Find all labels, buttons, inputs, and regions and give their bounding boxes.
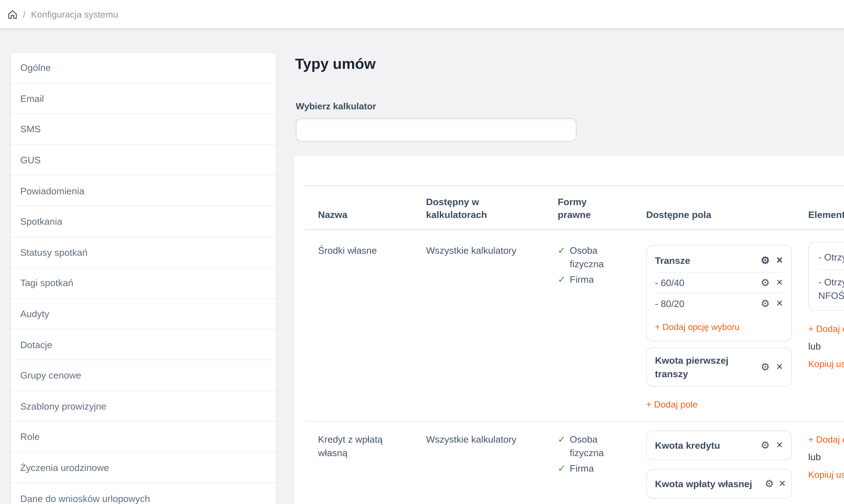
sidebar-item-role[interactable]: Role — [11, 422, 276, 453]
close-icon[interactable]: ✕ — [778, 479, 786, 488]
field-group-title: Transze — [655, 253, 690, 267]
sidebar-item-audyty[interactable]: Audyty — [11, 299, 276, 329]
field-group-header: Transze ⚙ ✕ — [655, 251, 783, 272]
sidebar-item-label: Tagi spotkań — [20, 277, 73, 288]
sidebar-item-label: Dane do wniosków urlopowych — [20, 493, 150, 504]
field-group-transze: Transze ⚙ ✕ - 60/40 ⚙ ✕ — [646, 245, 792, 341]
contract-types-card: Nazwa Dostępny w kalkulatorach Formy pra… — [294, 156, 844, 504]
check-icon: ✓ — [558, 272, 566, 286]
add-field-link[interactable]: + Dodaj pole — [646, 398, 698, 411]
sidebar-item-email[interactable]: Email — [11, 83, 276, 114]
page: / Konfiguracja systemu Ogólne Email SMS … — [0, 0, 844, 504]
sidebar-item-label: Życzenia urodzinowe — [20, 462, 109, 473]
verification-item: - Otrzymano oryginał umowy ⚙ ✕ — [818, 245, 844, 270]
sidebar-item-dane-do-wnioskow[interactable]: Dane do wniosków urlopowych — [11, 483, 276, 504]
sidebar-item-label: Email — [20, 93, 44, 104]
sidebar-item-label: GUS — [20, 155, 41, 165]
copy-settings-link[interactable]: Kopiuj ustawienia z innego typu — [808, 468, 844, 481]
close-icon[interactable]: ✕ — [776, 299, 783, 308]
gear-icon[interactable]: ⚙ — [761, 362, 770, 372]
field-group-kwota-pierwszej-transzy: Kwota pierwszej transzy ⚙ ✕ — [646, 347, 792, 386]
column-header-nazwa: Nazwa — [304, 186, 412, 229]
row-available-fields: Kwota kredytu ⚙ ✕ Kwota wpłaty własnej ⚙… — [633, 421, 795, 504]
add-element-link[interactable]: + Dodaj element — [808, 322, 844, 336]
legal-form-label: Osoba fizyczna — [570, 243, 612, 270]
row-verification-elements: - Otrzymano oryginał umowy ⚙ ✕ - Otrzyma… — [795, 230, 844, 411]
home-icon[interactable] — [7, 9, 18, 19]
field-option-row: - 80/20 ⚙ ✕ — [655, 293, 783, 313]
sidebar-item-sms[interactable]: SMS — [11, 114, 276, 145]
field-group-kwota-wplaty-wlasnej: Kwota wpłaty własnej ⚙ ✕ — [646, 469, 792, 498]
sidebar-item-powiadomienia[interactable]: Powiadomienia — [11, 176, 276, 206]
calculator-filter-input[interactable] — [296, 118, 577, 142]
check-icon: ✓ — [558, 432, 566, 446]
row-calculators: Wszystkie kalkulatory — [412, 230, 544, 411]
field-group-kwota-kredytu: Kwota kredytu ⚙ ✕ — [646, 430, 792, 460]
add-element-link[interactable]: + Dodaj element — [808, 433, 844, 446]
row-available-fields: Transze ⚙ ✕ - 60/40 ⚙ ✕ — [633, 230, 795, 411]
close-icon[interactable]: ✕ — [776, 440, 783, 449]
check-icon: ✓ — [558, 243, 566, 257]
column-header-elementy: Elementy do weryfikacji — [795, 186, 844, 229]
close-icon[interactable]: ✕ — [776, 278, 783, 287]
sidebar-item-label: SMS — [20, 124, 41, 134]
row-name: Kredyt z wpłatą własną — [304, 421, 412, 504]
sidebar-item-label: Statusy spotkań — [20, 247, 88, 257]
sidebar-item-label: Szablony prowizyjne — [20, 401, 106, 411]
gear-icon[interactable]: ⚙ — [761, 277, 770, 287]
table-row: Środki własne Wszystkie kalkulatory ✓ Os… — [304, 230, 844, 421]
contract-types-table: Nazwa Dostępny w kalkulatorach Formy pra… — [304, 185, 844, 504]
sidebar-item-ogolne[interactable]: Ogólne — [11, 53, 276, 83]
row-name: Środki własne — [304, 230, 412, 411]
gear-icon[interactable]: ⚙ — [761, 298, 770, 308]
close-icon[interactable]: ✕ — [776, 256, 783, 265]
sidebar-item-label: Ogólne — [20, 62, 51, 73]
close-icon[interactable]: ✕ — [776, 362, 783, 371]
breadcrumb: / Konfiguracja systemu — [7, 9, 118, 20]
column-header-dostepne-pola: Dostępne pola — [633, 186, 795, 229]
sidebar-item-label: Audyty — [20, 308, 49, 319]
verification-item-label: - Otrzymano dokumenty do NFOŚiGW — [818, 275, 844, 302]
table-row: Kredyt z wpłatą własną Wszystkie kalkula… — [304, 421, 844, 504]
breadcrumb-label[interactable]: Konfiguracja systemu — [31, 9, 118, 19]
settings-sidebar: Ogólne Email SMS GUS Powiadomienia Spotk… — [10, 52, 277, 504]
legal-form-item: ✓ Osoba fizyczna — [558, 432, 619, 459]
gear-icon[interactable]: ⚙ — [761, 440, 770, 450]
field-group-title: Kwota wpłaty własnej — [655, 477, 752, 490]
sidebar-item-grupy-cenowe[interactable]: Grupy cenowe — [11, 360, 276, 391]
row-calculators: Wszystkie kalkulatory — [412, 421, 544, 504]
row-verification-elements: + Dodaj element lub Kopiuj ustawienia z … — [795, 421, 844, 504]
legal-form-label: Firma — [570, 272, 594, 286]
breadcrumb-separator: / — [23, 9, 26, 20]
add-choice-option-link[interactable]: + Dodaj opcję wyboru — [655, 320, 740, 334]
legal-form-label: Firma — [570, 461, 594, 475]
sidebar-item-gus[interactable]: GUS — [11, 145, 276, 176]
topbar: / Konfiguracja systemu — [0, 0, 844, 30]
sidebar-item-zyczenia-urodzinowe[interactable]: Życzenia urodzinowe — [11, 453, 276, 483]
sidebar-item-label: Dotacje — [20, 339, 52, 350]
field-group-title: Kwota pierwszej transzy — [655, 353, 750, 380]
gear-icon[interactable]: ⚙ — [761, 255, 770, 265]
verification-box: - Otrzymano oryginał umowy ⚙ ✕ - Otrzyma… — [808, 241, 844, 311]
field-group-title: Kwota kredytu — [655, 438, 720, 452]
sidebar-item-szablony-prowizyjne[interactable]: Szablony prowizyjne — [11, 391, 276, 422]
gear-icon[interactable]: ⚙ — [765, 479, 774, 488]
row-legal-forms: ✓ Osoba fizyczna ✓ Firma — [544, 421, 633, 504]
sidebar-item-label: Powiadomienia — [20, 185, 84, 196]
field-option-label: - 80/20 — [655, 296, 684, 310]
legal-form-item: ✓ Firma — [558, 272, 619, 286]
sidebar-item-dotacje[interactable]: Dotacje — [11, 329, 276, 360]
sidebar-item-statusy-spotkan[interactable]: Statusy spotkań — [11, 237, 276, 268]
copy-settings-link[interactable]: Kopiuj ustawienia z innego typu — [808, 357, 844, 371]
calculator-filter-label: Wybierz kalkulator — [296, 101, 376, 111]
or-label: lub — [808, 339, 844, 353]
column-header-formy-prawne: Formy prawne — [544, 186, 633, 229]
sidebar-item-spotkania[interactable]: Spotkania — [11, 206, 276, 237]
verification-item: - Otrzymano dokumenty do NFOŚiGW ⚙ ✕ — [818, 270, 844, 307]
sidebar-item-tagi-spotkan[interactable]: Tagi spotkań — [11, 268, 276, 299]
legal-form-label: Osoba fizyczna — [570, 432, 612, 459]
row-legal-forms: ✓ Osoba fizyczna ✓ Firma — [544, 230, 633, 411]
verification-item-label: - Otrzymano oryginał umowy — [818, 250, 844, 264]
sidebar-item-label: Grupy cenowe — [20, 370, 81, 381]
sidebar-item-label: Spotkania — [20, 216, 62, 227]
